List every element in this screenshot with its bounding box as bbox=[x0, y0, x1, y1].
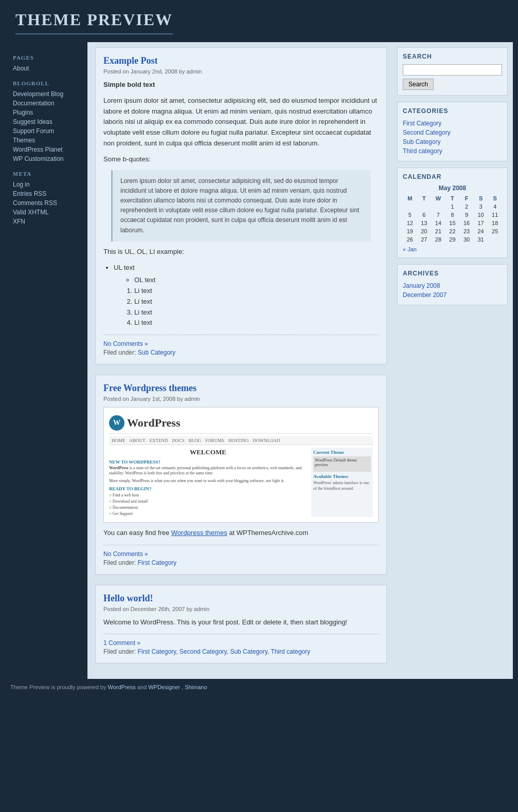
filed-under-link-subcategory[interactable]: Sub Category bbox=[138, 349, 175, 356]
cal-day-header: S bbox=[488, 194, 502, 202]
sidebar-item-support-forum[interactable]: Support Forum bbox=[13, 126, 82, 136]
sidebar-item-wordpress-planet[interactable]: WordPress Planet bbox=[13, 145, 82, 154]
wordpress-themes-link[interactable]: Wordpress themes bbox=[171, 529, 227, 537]
wordpress-screenshot: W WordPress HOME ABOUT EXTEND DOCS BLOG … bbox=[103, 407, 379, 523]
ready-title: READY TO BEGIN? bbox=[109, 486, 307, 492]
sidebar-blogroll: Development BlogDocumentationPluginsSugg… bbox=[13, 89, 82, 163]
sidebar-meta-comments-rss[interactable]: Comments RSS bbox=[13, 198, 82, 208]
sidebar-item-themes[interactable]: Themes bbox=[13, 136, 82, 145]
filed-under-2: Filed under: First Category bbox=[103, 559, 379, 566]
calendar-week-row: 19202122232425 bbox=[403, 227, 502, 235]
post-title-themes[interactable]: Free Wordpress themes bbox=[103, 383, 197, 393]
site-header: THEME PREVIEW bbox=[0, 0, 518, 42]
filed-link-1[interactable]: First Category bbox=[138, 648, 176, 655]
calendar-day-cell bbox=[431, 202, 445, 211]
category-link-first-category[interactable]: First Category bbox=[403, 119, 502, 128]
post-title-hello[interactable]: Hello world! bbox=[103, 593, 153, 603]
category-link-second-category[interactable]: Second Category bbox=[403, 128, 502, 137]
post-paragraph: Lorem ipsum dolor sit amet, consectetur … bbox=[103, 96, 379, 149]
post-hello-world: Hello world! Posted on December 26th, 20… bbox=[95, 585, 387, 664]
search-input[interactable] bbox=[403, 64, 502, 76]
footer-wpd-link[interactable]: WPDesigner bbox=[148, 684, 180, 690]
calendar-day-cell: 16 bbox=[459, 219, 474, 227]
sidebar-pages: About bbox=[13, 64, 82, 73]
post-footer-hello: 1 Comment » Filed under: First Category,… bbox=[103, 634, 379, 655]
footer-wp-link[interactable]: WordPress bbox=[108, 684, 136, 690]
calendar-day-cell: 10 bbox=[474, 211, 488, 219]
filed-link-3[interactable]: Sub Category bbox=[230, 648, 267, 655]
li-item-1: Li text bbox=[134, 286, 379, 297]
filed-under-1: Filed under: Sub Category bbox=[103, 349, 379, 356]
archives-title: ARCHIVES bbox=[403, 270, 502, 277]
sidebar-item-wp-customization[interactable]: WP Customization bbox=[13, 154, 82, 163]
calendar-table: MTWTFSS 12345678910111213141516171819202… bbox=[403, 194, 502, 244]
post-content-themes: You can easy find free Wordpress themes … bbox=[103, 528, 379, 539]
sidebar-meta-valid-xhtml[interactable]: Valid XHTML bbox=[13, 208, 82, 217]
available-themes-text: WordPress' admin interface is one of the… bbox=[313, 480, 371, 491]
calendar-week-row: 567891011 bbox=[403, 211, 502, 219]
post-example: Example Post Posted on January 2nd, 2008… bbox=[95, 47, 387, 364]
wp-new-section: NEW TO WORDPRESS? WordPress is a state-o… bbox=[109, 459, 307, 476]
footer-shimano-link[interactable]: Shimano bbox=[185, 684, 207, 690]
calendar-day-cell: 28 bbox=[431, 235, 445, 244]
calendar-week-row: 262728293031 bbox=[403, 235, 502, 244]
sidebar-item-development-blog[interactable]: Development Blog bbox=[13, 89, 82, 99]
calendar-week-row: 12131415161718 bbox=[403, 219, 502, 227]
ul-item: UL text bbox=[114, 263, 379, 273]
calendar-day-cell: 19 bbox=[403, 227, 417, 235]
category-link-third-category[interactable]: Third category bbox=[403, 146, 502, 156]
search-title: SEARCH bbox=[403, 53, 502, 60]
no-comments-link-2[interactable]: No Comments » bbox=[103, 550, 148, 558]
wp-logo-circle: W bbox=[109, 415, 124, 431]
calendar-day-cell: 17 bbox=[474, 219, 488, 227]
li-item-2: Li text bbox=[134, 297, 379, 307]
archives-list: January 2008December 2007 bbox=[403, 281, 502, 300]
calendar-day-cell bbox=[417, 202, 432, 211]
calendar-day-cell bbox=[488, 235, 502, 244]
calendar-day-cell: 20 bbox=[417, 227, 432, 235]
cal-prev-link[interactable]: « Jan bbox=[403, 246, 417, 252]
calendar-day-cell: 8 bbox=[445, 211, 460, 219]
filed-link-4[interactable]: Third category bbox=[271, 648, 310, 655]
post-footer-example: No Comments » Filed under: Sub Category bbox=[103, 335, 379, 356]
categories-box: CATEGORIES First CategorySecond Category… bbox=[397, 102, 508, 161]
calendar-day-cell: 2 bbox=[459, 202, 474, 211]
post-title-example[interactable]: Example Post bbox=[103, 56, 158, 66]
calendar-day-cell: 21 bbox=[431, 227, 445, 235]
sidebar-meta-log-in[interactable]: Log in bbox=[13, 180, 82, 189]
calendar-month: May 2008 bbox=[403, 184, 502, 192]
post-meta-example: Posted on January 2nd, 2008 by admin bbox=[103, 68, 379, 75]
cal-day-header: W bbox=[431, 194, 445, 202]
cal-day-header: T bbox=[445, 194, 460, 202]
comment-link-hello[interactable]: 1 Comment » bbox=[103, 639, 140, 647]
calendar-day-cell: 6 bbox=[417, 211, 432, 219]
no-comments-link-1[interactable]: No Comments » bbox=[103, 340, 148, 347]
wp-header: W WordPress bbox=[109, 413, 373, 434]
category-link-sub-category[interactable]: Sub Category bbox=[403, 137, 502, 146]
calendar-day-cell: 29 bbox=[445, 235, 460, 244]
search-button[interactable]: Search bbox=[403, 79, 434, 90]
sidebar-item-suggest-ideas[interactable]: Suggest Ideas bbox=[13, 117, 82, 126]
calendar-day-cell: 9 bbox=[459, 211, 474, 219]
calendar-body: 1234567891011121314151617181920212223242… bbox=[403, 202, 502, 244]
calendar-day-cell: 3 bbox=[474, 202, 488, 211]
calendar-day-cell: 14 bbox=[431, 219, 445, 227]
calendar-day-cell: 13 bbox=[417, 219, 432, 227]
site-footer: Theme Preview is proudly powered by Word… bbox=[0, 679, 518, 695]
categories-list: First CategorySecond CategorySub Categor… bbox=[403, 119, 502, 156]
calendar-week-row: 1234 bbox=[403, 202, 502, 211]
filed-under-link-firstcategory[interactable]: First Category bbox=[138, 559, 176, 566]
sidebar-meta-entries-rss[interactable]: Entries RSS bbox=[13, 189, 82, 198]
sidebar-meta-xfn[interactable]: XFN bbox=[13, 217, 82, 226]
sidebar-item-about[interactable]: About bbox=[13, 64, 82, 73]
archive-link-january-2008[interactable]: January 2008 bbox=[403, 281, 502, 290]
archive-link-december-2007[interactable]: December 2007 bbox=[403, 290, 502, 300]
post-li-list: Li text Li text Li text Li text bbox=[134, 286, 379, 328]
sidebar-item-plugins[interactable]: Plugins bbox=[13, 108, 82, 117]
calendar-day-cell bbox=[403, 202, 417, 211]
calendar-title: CALENDAR bbox=[403, 173, 502, 180]
sidebar-item-documentation[interactable]: Documentation bbox=[13, 99, 82, 108]
post-wordpress-themes: Free Wordpress themes Posted on January … bbox=[95, 375, 387, 574]
post-ol: OL text Li text Li text Li text Li text bbox=[134, 275, 379, 328]
filed-link-2[interactable]: Second Category bbox=[180, 648, 227, 655]
